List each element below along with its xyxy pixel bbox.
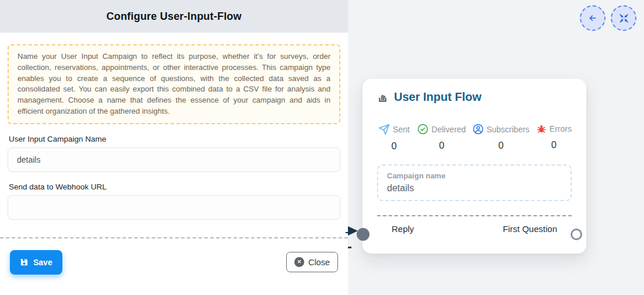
- node-campaign-name-label: Campaign name: [387, 171, 562, 180]
- close-button-label: Close: [308, 258, 330, 267]
- save-button[interactable]: Save: [10, 250, 62, 275]
- stat-errors-value: 0: [551, 139, 557, 150]
- stat-delivered-value: 0: [439, 140, 444, 151]
- dialog-footer: Save ✕ Close: [8, 238, 340, 275]
- node-title: User Input Flow: [394, 90, 481, 104]
- back-button[interactable]: [580, 5, 606, 31]
- node-footer: Reply First Question: [377, 216, 572, 234]
- stat-sent: Sent 0: [377, 124, 411, 152]
- first-question-label: First Question: [503, 224, 557, 234]
- flow-edge-stub: [348, 247, 351, 248]
- node-stats: Sent 0 Delivered 0: [377, 124, 572, 152]
- arrow-left-icon: [587, 13, 598, 23]
- campaign-name-label: User Input Campaign Name: [9, 135, 339, 143]
- user-circle-icon: [473, 124, 484, 135]
- stack-icon: [377, 92, 389, 103]
- first-question-source-handle[interactable]: [571, 229, 582, 240]
- configure-dialog: Configure User-Input-Flow Name your User…: [0, 0, 348, 295]
- info-box: Name your User Input Campaign to reflect…: [8, 44, 340, 124]
- stat-delivered-label: Delivered: [431, 125, 466, 134]
- dialog-header: Configure User-Input-Flow: [0, 0, 348, 33]
- stat-subscribers: Subscribers 0: [473, 124, 530, 152]
- webhook-url-label: Send data to Webhook URL: [9, 182, 339, 191]
- send-icon: [378, 124, 390, 135]
- user-input-flow-node[interactable]: User Input Flow Sent 0: [363, 79, 586, 254]
- dialog-title: Configure User-Input-Flow: [107, 10, 242, 23]
- save-icon: [20, 258, 29, 266]
- flow-canvas[interactable]: User Input Flow Sent 0: [348, 0, 644, 295]
- stat-sent-label: Sent: [393, 125, 410, 134]
- stat-errors-label: Errors: [550, 124, 572, 134]
- save-button-label: Save: [33, 258, 52, 267]
- reply-target-handle[interactable]: [357, 228, 369, 241]
- bug-icon: [536, 124, 547, 134]
- close-icon: ✕: [294, 257, 304, 267]
- node-campaign-name-box: Campaign name details: [377, 164, 572, 201]
- stat-delivered: Delivered 0: [417, 124, 466, 152]
- stat-errors: Errors 0: [536, 124, 572, 152]
- stat-sent-value: 0: [391, 141, 396, 152]
- compress-icon: [618, 13, 629, 24]
- dialog-body: Name your User Input Campaign to reflect…: [0, 33, 348, 295]
- node-campaign-name-value: details: [387, 183, 562, 194]
- close-button[interactable]: ✕ Close: [286, 252, 338, 272]
- campaign-name-input[interactable]: [8, 148, 340, 172]
- stat-subscribers-label: Subscribers: [487, 125, 530, 134]
- webhook-url-input[interactable]: [8, 195, 340, 220]
- stat-subscribers-value: 0: [498, 140, 504, 151]
- node-title-row: User Input Flow: [377, 90, 572, 104]
- reply-label: Reply: [392, 224, 414, 234]
- fit-view-button[interactable]: [611, 5, 636, 31]
- check-circle-icon: [417, 124, 428, 135]
